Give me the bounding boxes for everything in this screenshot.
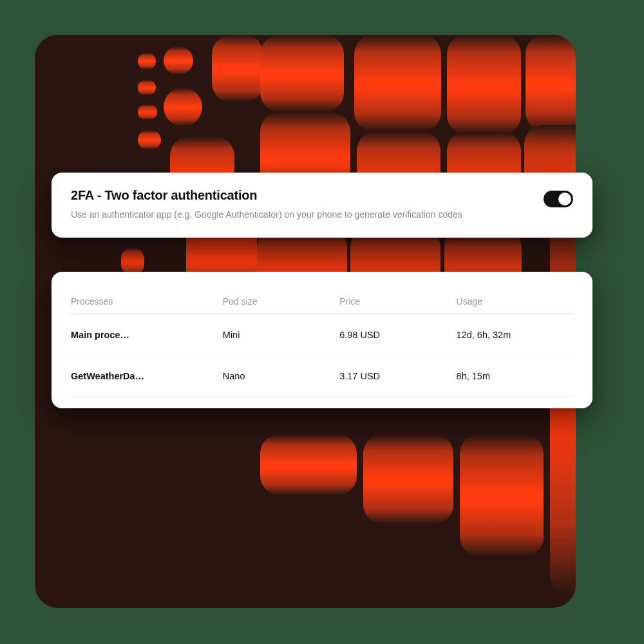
cell-usage: 12d, 6h, 32m (457, 330, 573, 340)
table-row[interactable]: GetWeatherDa… Nano 3.17 USD 8h, 15m (71, 355, 573, 397)
cell-pod-size: Mini (223, 330, 339, 340)
cell-pod-size: Nano (223, 371, 339, 381)
cell-process-name: Main proce… (71, 330, 223, 340)
twofa-content: 2FA - Two factor authentication Use an a… (71, 188, 528, 221)
processes-card: Processes Pod size Price Usage Main proc… (52, 272, 592, 408)
processes-table: Processes Pod size Price Usage Main proc… (71, 289, 573, 397)
cell-price: 6.98 USD (339, 330, 456, 340)
cell-usage: 8h, 15m (457, 371, 573, 381)
table-row[interactable]: Main proce… Mini 6.98 USD 12d, 6h, 32m (71, 314, 573, 355)
twofa-description: Use an authenticator app (e.g. Google Au… (71, 208, 470, 221)
cell-process-name: GetWeatherDa… (71, 371, 223, 381)
col-price: Price (339, 296, 456, 307)
twofa-toggle[interactable] (544, 191, 573, 207)
twofa-title: 2FA - Two factor authentication (71, 188, 528, 203)
col-processes: Processes (71, 296, 223, 307)
cell-price: 3.17 USD (339, 371, 456, 381)
twofa-card: 2FA - Two factor authentication Use an a… (52, 173, 592, 238)
toggle-knob (558, 193, 571, 205)
table-header-row: Processes Pod size Price Usage (71, 289, 573, 314)
col-pod-size: Pod size (223, 296, 339, 307)
col-usage: Usage (457, 296, 573, 307)
